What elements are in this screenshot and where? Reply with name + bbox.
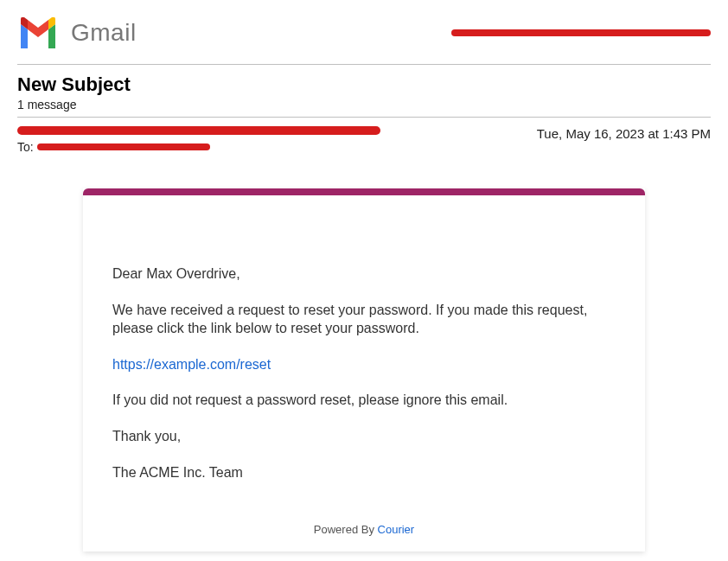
body-paragraph-2: If you did not request a password reset,… bbox=[112, 391, 616, 410]
account-name-redacted bbox=[451, 29, 711, 36]
logo-group: Gmail bbox=[17, 17, 137, 48]
message-count: 1 message bbox=[17, 98, 711, 112]
to-address-redacted bbox=[37, 143, 210, 150]
email-body: Dear Max Overdrive, We have received a r… bbox=[83, 195, 645, 516]
courier-link[interactable]: Courier bbox=[378, 523, 415, 536]
to-label: To: bbox=[17, 140, 34, 154]
email-card: Dear Max Overdrive, We have received a r… bbox=[83, 188, 645, 551]
signoff: The ACME Inc. Team bbox=[112, 463, 616, 482]
powered-by-prefix: Powered By bbox=[314, 523, 378, 536]
from-address-redacted bbox=[17, 126, 380, 135]
body-paragraph-1: We have received a request to reset your… bbox=[112, 301, 616, 338]
gmail-logo-icon bbox=[17, 17, 59, 48]
card-footer: Powered By Courier bbox=[83, 516, 645, 551]
header-row: Gmail bbox=[17, 17, 711, 64]
thread-subject: New Subject bbox=[17, 73, 711, 96]
product-name: Gmail bbox=[71, 19, 137, 47]
greeting: Dear Max Overdrive, bbox=[112, 265, 616, 284]
meta-row: To: Tue, May 16, 2023 at 1:43 PM bbox=[17, 118, 711, 154]
subject-block: New Subject 1 message bbox=[17, 65, 711, 117]
timestamp: Tue, May 16, 2023 at 1:43 PM bbox=[537, 126, 711, 141]
reset-link[interactable]: https://example.com/reset bbox=[112, 357, 271, 372]
closing: Thank you, bbox=[112, 427, 616, 446]
card-accent-bar bbox=[83, 188, 645, 195]
